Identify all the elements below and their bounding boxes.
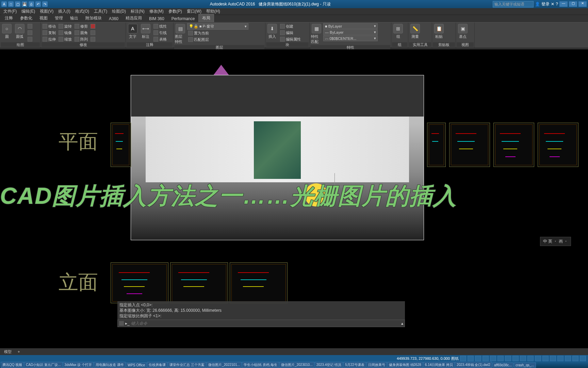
leader-button[interactable]: 引线: [152, 30, 168, 36]
ime-toolbar[interactable]: 中 英 ・ 画 ・: [540, 237, 571, 246]
save-icon[interactable]: 💾: [22, 1, 27, 7]
taskbar-item[interactable]: 用电脑玩改造 课件: [94, 362, 126, 368]
menu-tools[interactable]: 工具(T): [92, 8, 109, 15]
drawing-canvas[interactable]: 平面 立面 CAD图片插入方法之一……光栅图片的插入 中 英 ・ 画 ・ 指定插…: [0, 49, 588, 348]
dim-button[interactable]: ⟷标注: [140, 23, 152, 40]
transp-icon[interactable]: [512, 356, 519, 361]
snap-icon[interactable]: [468, 356, 474, 361]
command-input[interactable]: [131, 321, 400, 326]
taskbar-item[interactable]: 课堂作业汇总 三个方案: [168, 362, 206, 368]
taskbar-item[interactable]: 6.14日间效果 拷贝: [423, 362, 455, 368]
minimize-button[interactable]: —: [559, 1, 568, 7]
text-button[interactable]: A文字: [127, 23, 139, 40]
erase-button[interactable]: [89, 23, 96, 29]
tab-addon[interactable]: 附加模块: [82, 14, 105, 22]
arc-button[interactable]: ◠圆弧: [14, 23, 26, 40]
undo-icon[interactable]: ↶: [35, 1, 41, 7]
menu-insert[interactable]: 插入(I): [56, 8, 72, 15]
search-input[interactable]: 输入关键字或短语: [493, 1, 534, 7]
insert-button[interactable]: ⬇插入: [266, 23, 278, 40]
menu-param[interactable]: 参数(P): [166, 8, 184, 15]
new-icon[interactable]: □: [8, 1, 14, 7]
login-button[interactable]: 登录: [541, 1, 550, 7]
taskbar-item[interactable]: 5月22号课表: [343, 362, 366, 368]
print-icon[interactable]: ⎙: [29, 1, 34, 7]
base-button[interactable]: ▣基点: [457, 23, 469, 40]
open-icon[interactable]: ▢: [15, 1, 20, 7]
thumb-r2[interactable]: [449, 123, 490, 167]
table-button[interactable]: 表格: [152, 36, 168, 42]
thumb-elev-1[interactable]: [111, 262, 168, 303]
thumb-left-1[interactable]: [111, 123, 131, 167]
lineweight-combo[interactable]: — ByLayer▾: [323, 29, 378, 35]
tab-featured[interactable]: 精选应用: [122, 14, 145, 22]
linetype-combo[interactable]: -·- 0$0$CENTER...▾: [323, 35, 378, 41]
menu-file[interactable]: 文件(F): [1, 8, 19, 15]
grid-icon[interactable]: [460, 356, 466, 361]
close-button[interactable]: ✕: [578, 1, 587, 7]
editattr-button[interactable]: 编辑属性: [279, 36, 302, 42]
matchlayer-button[interactable]: 匹配图层: [187, 36, 264, 43]
clean-icon[interactable]: [572, 356, 578, 361]
taskbar-item[interactable]: 学生小组(纸 质档,每生: [242, 362, 279, 368]
tab-annotate[interactable]: 注释: [1, 14, 16, 22]
circle-button[interactable]: ○圆: [1, 23, 13, 40]
tab-bim360[interactable]: BIM 360: [146, 15, 168, 22]
tab-layout[interactable]: 布局: [198, 14, 214, 22]
tab-add[interactable]: +: [15, 349, 22, 354]
array-button[interactable]: 阵列: [74, 36, 89, 42]
taskbar-item[interactable]: crash_qs_...: [514, 363, 536, 368]
thumb-r4[interactable]: [538, 123, 578, 167]
measure-button[interactable]: 📏测量: [409, 23, 421, 40]
trim-button[interactable]: 修剪: [74, 23, 89, 29]
menu-draw[interactable]: 绘图(D): [110, 8, 128, 15]
help-icon[interactable]: ?: [556, 2, 558, 6]
annomon-icon[interactable]: [550, 356, 556, 361]
lweight-icon[interactable]: [505, 356, 511, 361]
layerprop-button[interactable]: ▤图层特性: [174, 23, 186, 45]
paste-button[interactable]: 📋粘贴: [433, 23, 445, 40]
fillet-button[interactable]: 圆角: [74, 30, 89, 36]
user-icon[interactable]: 👤: [535, 2, 540, 6]
tab-manage[interactable]: 管理: [51, 14, 66, 22]
create-button[interactable]: 创建: [279, 23, 302, 29]
tab-view[interactable]: 视图: [36, 14, 51, 22]
otrack-icon[interactable]: [497, 356, 504, 361]
redo-icon[interactable]: ↷: [42, 1, 48, 7]
isolate-icon[interactable]: [557, 356, 564, 361]
taskbar-item[interactable]: 2023.4班钱 全(1).dwl2: [455, 362, 492, 368]
tab-model[interactable]: 模型: [1, 349, 14, 355]
selcycle-icon[interactable]: [527, 356, 534, 361]
paper-button[interactable]: 图纸: [451, 356, 459, 361]
editblock-button[interactable]: 编辑: [279, 30, 302, 36]
taskbar-item[interactable]: 日间效果号: [366, 362, 387, 368]
ortho-icon[interactable]: [475, 356, 481, 361]
scale-button[interactable]: 缩放: [58, 36, 73, 42]
move-button[interactable]: 移动: [42, 23, 57, 29]
taskbar-item[interactable]: WPS Office: [126, 363, 147, 368]
qprops-icon[interactable]: [520, 356, 526, 361]
hwaccel-icon[interactable]: [565, 356, 571, 361]
copy-button[interactable]: 复制: [42, 30, 57, 36]
layer-combo[interactable]: 💡🔒 ■ P-窗帘▾: [187, 23, 248, 30]
rotate-button[interactable]: 旋转: [58, 23, 73, 29]
taskbar-item[interactable]: aff69d38c...: [492, 363, 513, 368]
thumb-elev-3[interactable]: [230, 262, 288, 303]
tab-param[interactable]: 参数化: [17, 14, 36, 22]
stretch-button[interactable]: 拉伸: [42, 36, 57, 42]
taskbar-item[interactable]: CAD小知识 复出厂设...: [24, 362, 62, 368]
taskbar-item[interactable]: 3dsMax 设 个打开: [63, 362, 94, 368]
close-cmd-icon[interactable]: [119, 321, 124, 326]
tab-a360[interactable]: A360: [105, 15, 122, 22]
taskbar-item[interactable]: 腾讯QQ 视频: [1, 362, 24, 368]
taskbar-item[interactable]: 健身房装饰图 纸0528: [387, 362, 423, 368]
workspace-icon[interactable]: [542, 356, 549, 361]
menu-edit[interactable]: 编辑(E): [19, 8, 37, 15]
taskbar-item[interactable]: 微信图片_2022101...: [207, 362, 242, 368]
tab-output[interactable]: 输出: [67, 14, 82, 22]
mirror-button[interactable]: 镜像: [58, 30, 73, 36]
menu-modify[interactable]: 修改(M): [147, 8, 166, 15]
setcurrent-button[interactable]: 置为当前: [187, 30, 264, 36]
color-combo[interactable]: ■ ByLayer▾: [323, 23, 378, 29]
custom-icon[interactable]: [580, 356, 586, 361]
